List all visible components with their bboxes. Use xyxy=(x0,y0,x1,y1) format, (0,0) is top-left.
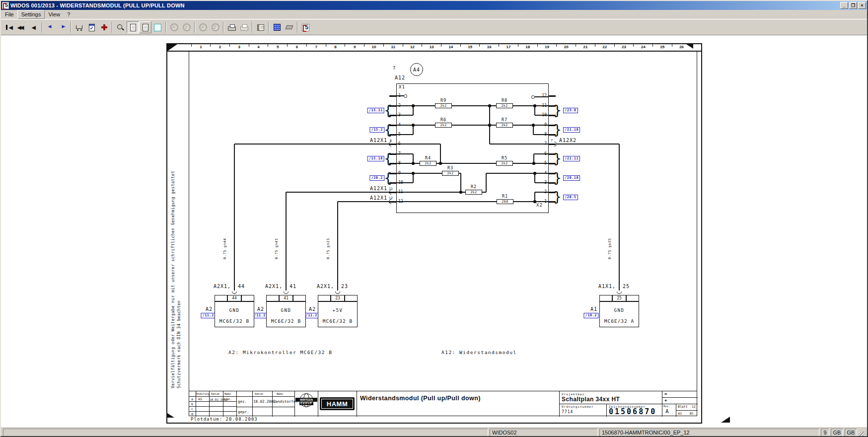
ruler-number: 24 xyxy=(634,45,653,50)
cross-icon xyxy=(101,24,108,31)
sheet-back-fast-button[interactable] xyxy=(15,21,28,33)
widos-logo-button[interactable] xyxy=(299,21,312,33)
ruler-baseline xyxy=(166,51,702,51)
resistor-R1-body: 200 xyxy=(497,199,513,204)
resistor-R4-body: 2k2 xyxy=(420,161,436,166)
junction-dot xyxy=(488,104,491,107)
resistor-R7-body: 2k2 xyxy=(496,123,513,128)
selection-frame-button[interactable] xyxy=(151,21,164,33)
toolbar-separator xyxy=(112,22,113,33)
sheet-back-button[interactable] xyxy=(28,21,40,33)
schematic-label: A2 xyxy=(309,306,316,312)
page-view-button[interactable] xyxy=(139,21,151,33)
resistor-R3-name: R3 xyxy=(442,165,459,170)
resistor-R1-name: R1 xyxy=(497,194,513,199)
maximize-button[interactable]: ❐ xyxy=(849,2,857,9)
wire xyxy=(440,144,440,163)
ruler-number: 1 xyxy=(191,45,211,50)
wire-label: 0.75 gn44 xyxy=(223,238,228,259)
fold-mark xyxy=(721,417,730,423)
junction-dot xyxy=(412,172,414,174)
junction-dot xyxy=(532,124,534,126)
menu-settings[interactable]: Settings xyxy=(17,10,45,19)
order-cart-button[interactable] xyxy=(73,21,85,33)
menu-help[interactable]: ? xyxy=(64,10,73,18)
cross-reference-link[interactable]: /23.8 xyxy=(563,108,578,113)
schematic-label: A12: Widerstandsmodul xyxy=(441,350,517,355)
cross-reference-link[interactable]: /15.2 xyxy=(369,127,384,133)
print-a-button[interactable]: A xyxy=(197,21,209,33)
pin-number: 3 xyxy=(398,113,401,117)
cross-reference-link[interactable]: /11.2 xyxy=(201,313,216,318)
fit-page-button[interactable] xyxy=(127,21,139,33)
pin-terminal xyxy=(549,95,556,97)
print-2-button[interactable]: 2 xyxy=(209,21,221,33)
device-box-line xyxy=(599,301,639,301)
redline-button[interactable] xyxy=(98,21,110,33)
cross-reference-link[interactable]: /15.11 xyxy=(367,108,384,113)
ruler-number: 25 xyxy=(653,45,672,50)
device-signal: GND xyxy=(599,308,639,313)
ruler-number: 15 xyxy=(460,45,480,50)
pin-number: 5 xyxy=(538,161,547,165)
wire xyxy=(286,192,286,291)
pin-number: 6 xyxy=(538,151,547,156)
cross-reference-link[interactable]: /15.18 xyxy=(367,156,384,161)
cross-reference-link[interactable]: /11.2 xyxy=(304,313,319,318)
cross-reference-link[interactable]: /20.5 xyxy=(563,195,578,200)
eraser-icon xyxy=(286,25,293,29)
drawing-sheet[interactable]: Änderung Datum Name a b c d AS 18.02.200… xyxy=(1,35,867,427)
wire xyxy=(460,173,461,192)
cross-reference-link[interactable]: /10.2 xyxy=(583,313,598,318)
zoom-icon xyxy=(117,24,124,31)
pin-number: 1 xyxy=(398,93,401,98)
wire-label: 0.75 ge25 xyxy=(608,238,613,259)
parts-list-button[interactable] xyxy=(85,21,98,33)
sheet-first-button[interactable] xyxy=(3,21,15,33)
document-previous-button[interactable] xyxy=(44,21,57,33)
page-icon xyxy=(143,24,148,31)
menu-view[interactable]: View xyxy=(45,10,64,18)
zoom-2-button[interactable]: 2 xyxy=(180,21,193,33)
eraser-button[interactable] xyxy=(283,21,295,33)
schematic-label: A2X1, xyxy=(317,284,334,289)
logo5-icon xyxy=(302,24,309,31)
resize-grip[interactable] xyxy=(859,432,865,437)
pin-number: 3 xyxy=(538,180,547,185)
zoom-button[interactable] xyxy=(114,21,127,33)
wire xyxy=(396,105,435,106)
pin-number: 2 xyxy=(398,103,401,108)
status-panel-number: 9 xyxy=(821,429,829,437)
pin-number: 12 xyxy=(538,93,547,98)
device-signal: GND xyxy=(266,308,306,313)
cross-reference-link[interactable]: /11.2 xyxy=(252,313,267,318)
print-button[interactable] xyxy=(225,21,238,33)
print-all-button[interactable] xyxy=(238,21,250,33)
circ2-icon: 2 xyxy=(212,23,219,31)
wire-label: 0.75 gn41 xyxy=(275,238,280,259)
wire xyxy=(286,192,389,192)
schematic-label: A12X1 xyxy=(370,195,387,201)
pin-pair-brace: } xyxy=(553,150,562,166)
wire xyxy=(413,125,413,135)
resistor-R9-name: R9 xyxy=(435,98,452,103)
cross-reference-link[interactable]: /21.11 xyxy=(563,156,580,161)
schematic-label: 11 xyxy=(389,187,393,191)
cross-reference-link[interactable]: /20.10 xyxy=(563,175,580,181)
minimize-button[interactable]: _ xyxy=(840,2,848,9)
device-box-line xyxy=(266,301,306,301)
close-button[interactable]: × xyxy=(858,2,866,9)
menu-bar: File Settings View ? xyxy=(1,10,867,19)
schematic-label: A12X1 xyxy=(370,186,387,191)
background-button[interactable] xyxy=(271,21,283,33)
zoom-a-button[interactable]: A xyxy=(168,21,180,33)
junction-dot xyxy=(488,124,491,126)
wire xyxy=(556,144,619,144)
documentation-button[interactable] xyxy=(254,21,267,33)
document-next-button[interactable] xyxy=(57,21,69,33)
cross-reference-link[interactable]: /21.18 xyxy=(563,127,580,133)
menu-file[interactable]: File xyxy=(1,10,17,18)
fold-mark xyxy=(167,413,174,418)
device-signal: GND xyxy=(215,308,254,313)
cross-reference-link[interactable]: /20.2 xyxy=(369,175,384,181)
